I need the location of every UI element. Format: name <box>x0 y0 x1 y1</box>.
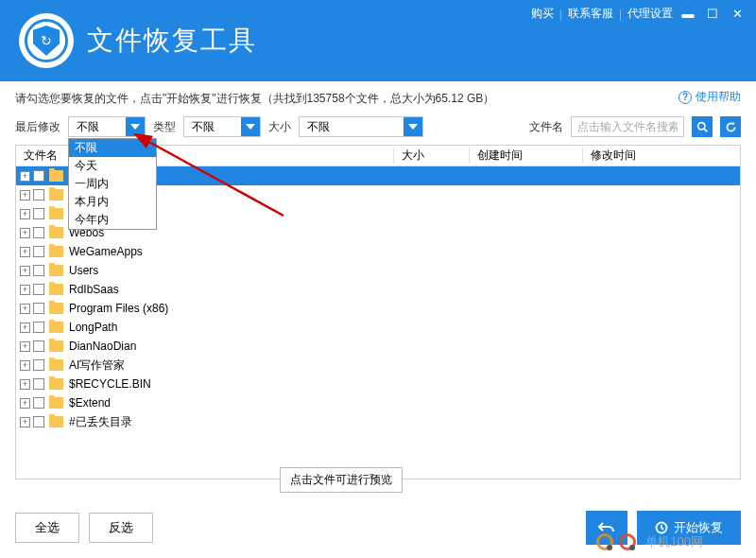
folder-icon <box>49 322 63 333</box>
row-checkbox[interactable] <box>33 170 44 182</box>
table-row[interactable]: +AI写作管家 <box>16 356 740 375</box>
table-row[interactable]: +LongPath <box>16 318 740 337</box>
expand-toggle[interactable]: + <box>20 266 30 276</box>
col-modified[interactable]: 修改时间 <box>583 148 740 164</box>
expand-toggle[interactable]: + <box>20 190 30 201</box>
refresh-icon <box>725 121 737 133</box>
close-button[interactable]: ✕ <box>728 7 747 22</box>
svg-line-1 <box>704 129 707 131</box>
row-checkbox[interactable] <box>33 340 44 352</box>
expand-toggle[interactable]: + <box>20 417 30 427</box>
row-checkbox[interactable] <box>33 416 44 427</box>
table-row[interactable]: +$RECYCLE.BIN <box>16 375 740 393</box>
dropdown-option[interactable]: 今年内 <box>69 211 156 229</box>
search-icon <box>696 121 709 133</box>
folder-icon <box>49 303 63 314</box>
expand-toggle[interactable]: + <box>20 228 30 238</box>
separator: | <box>559 8 562 21</box>
dropdown-option[interactable]: 不限 <box>69 139 156 157</box>
preview-hint: 点击文件可进行预览 <box>280 467 403 493</box>
separator: | <box>619 8 622 21</box>
maximize-button[interactable]: ☐ <box>703 7 722 22</box>
folder-icon <box>49 359 63 371</box>
folder-icon <box>49 397 63 409</box>
row-checkbox[interactable] <box>33 303 44 314</box>
row-checkbox[interactable] <box>33 246 44 257</box>
expand-toggle[interactable]: + <box>20 304 30 314</box>
recovery-icon <box>655 521 668 534</box>
shield-icon: ↻ <box>33 26 60 56</box>
expand-toggle[interactable]: + <box>20 171 30 182</box>
file-name: WeGameApps <box>69 245 143 258</box>
invert-selection-button[interactable]: 反选 <box>89 513 153 543</box>
row-checkbox[interactable] <box>33 359 44 371</box>
table-row[interactable]: +#已丢失目录 <box>16 412 740 431</box>
dropdown-option[interactable]: 本月内 <box>69 193 156 211</box>
folder-icon <box>49 208 63 219</box>
proxy-settings-link[interactable]: 代理设置 <box>627 6 673 22</box>
expand-toggle[interactable]: + <box>20 360 30 371</box>
help-link[interactable]: ? 使用帮助 <box>679 89 741 105</box>
contact-link[interactable]: 联系客服 <box>568 6 613 22</box>
file-name: LongPath <box>69 321 117 334</box>
expand-toggle[interactable]: + <box>20 341 30 352</box>
col-created[interactable]: 创建时间 <box>470 148 583 164</box>
file-name: DianNaoDian <box>69 340 136 353</box>
search-button[interactable] <box>692 116 713 137</box>
row-checkbox[interactable] <box>33 284 44 295</box>
filename-label: 文件名 <box>529 119 563 135</box>
last-modified-label: 最后修改 <box>15 119 60 135</box>
file-name: Users <box>69 264 98 277</box>
row-checkbox[interactable] <box>33 397 44 409</box>
folder-icon <box>49 265 63 276</box>
col-size[interactable]: 大小 <box>394 148 470 164</box>
undo-icon <box>598 521 615 534</box>
table-row[interactable]: +WeGameApps <box>16 242 740 261</box>
table-row[interactable]: +$Extend <box>16 393 740 412</box>
row-checkbox[interactable] <box>33 265 44 276</box>
file-name: $Extend <box>69 396 111 410</box>
refresh-button[interactable] <box>720 116 741 137</box>
minimize-button[interactable]: ▬ <box>679 7 697 22</box>
table-row[interactable]: +Program Files (x86) <box>16 299 740 318</box>
expand-toggle[interactable]: + <box>20 398 30 409</box>
buy-link[interactable]: 购买 <box>531 6 554 22</box>
folder-icon <box>49 340 63 352</box>
dropdown-option[interactable]: 一周内 <box>69 175 156 193</box>
chevron-down-icon <box>126 117 145 136</box>
folder-icon <box>49 378 63 390</box>
title-bar: 购买 | 联系客服 | 代理设置 ▬ ☐ ✕ ↻ 文件恢复工具 <box>0 0 756 81</box>
folder-icon <box>49 189 63 201</box>
chevron-down-icon <box>404 117 422 136</box>
expand-toggle[interactable]: + <box>20 247 30 257</box>
type-select[interactable]: 不限 <box>183 116 261 137</box>
table-row[interactable]: +DianNaoDian <box>16 337 740 356</box>
folder-icon <box>49 416 63 427</box>
expand-toggle[interactable]: + <box>20 209 30 219</box>
row-checkbox[interactable] <box>33 189 44 201</box>
dropdown-option[interactable]: 今天 <box>69 157 156 175</box>
chevron-down-icon <box>241 117 260 136</box>
select-all-button[interactable]: 全选 <box>15 513 79 543</box>
expand-toggle[interactable]: + <box>20 379 30 390</box>
app-title: 文件恢复工具 <box>87 23 257 59</box>
folder-icon <box>49 227 63 238</box>
svg-point-0 <box>697 122 704 129</box>
last-modified-select[interactable]: 不限 不限 今天 一周内 本月内 今年内 <box>68 116 146 137</box>
row-checkbox[interactable] <box>33 378 44 390</box>
app-logo: ↻ <box>19 13 74 68</box>
size-label: 大小 <box>268 119 291 135</box>
row-checkbox[interactable] <box>33 208 44 219</box>
table-row[interactable]: +Users <box>16 261 740 280</box>
table-row[interactable]: +RdIbSaas <box>16 280 740 299</box>
file-name: AI写作管家 <box>69 357 125 374</box>
row-checkbox[interactable] <box>33 322 44 333</box>
expand-toggle[interactable]: + <box>20 285 30 295</box>
file-name: $RECYCLE.BIN <box>69 377 151 391</box>
expand-toggle[interactable]: + <box>20 323 30 333</box>
filename-search-input[interactable] <box>571 116 684 137</box>
last-modified-dropdown: 不限 今天 一周内 本月内 今年内 <box>68 138 157 230</box>
type-label: 类型 <box>153 119 176 135</box>
size-select[interactable]: 不限 <box>299 116 423 137</box>
row-checkbox[interactable] <box>33 227 44 238</box>
